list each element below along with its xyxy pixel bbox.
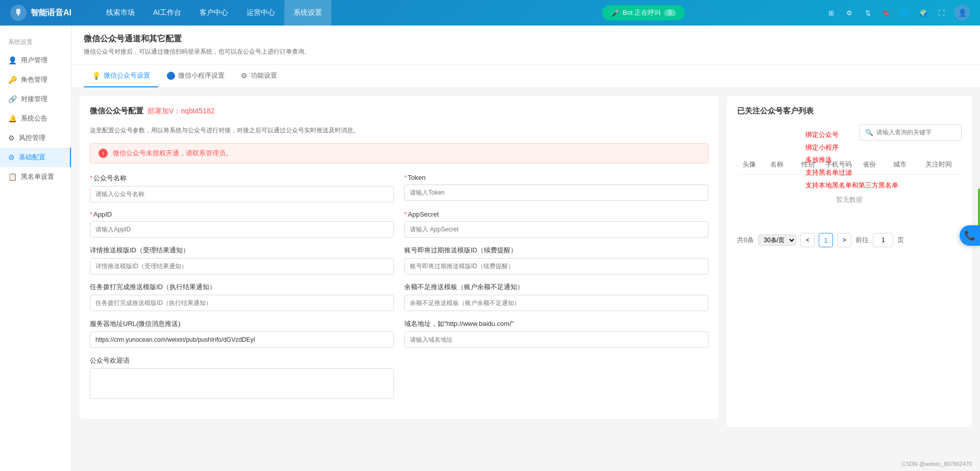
settings-gear-icon[interactable]: ⚙ bbox=[844, 8, 854, 18]
config-card-title: 微信公众号配置 bbox=[90, 106, 143, 116]
sidebar-item-basic-config[interactable]: ⚙ 基础配置 bbox=[0, 148, 71, 167]
balance-push-input[interactable] bbox=[404, 295, 708, 311]
bot-status-button[interactable]: 🎤 Bot 正在呼叫 0 bbox=[602, 5, 685, 20]
user-avatar[interactable]: 👤 bbox=[954, 5, 970, 20]
nav-item-marketplace[interactable]: 线索市场 bbox=[97, 0, 144, 26]
welcome-label: 公众号欢迎语 bbox=[90, 356, 394, 365]
pagination: 共0条 30条/页 < 1 > 前往 页 bbox=[737, 233, 962, 247]
form-row-2: AppID AppSecret bbox=[90, 210, 708, 238]
pagination-page-input[interactable] bbox=[873, 233, 893, 247]
col-header-follow-time: 关注时间 bbox=[916, 160, 962, 169]
form-group-welcome: 公众号欢迎语 bbox=[90, 356, 394, 401]
sidebar-item-connect-mgmt[interactable]: 🔗 对接管理 bbox=[0, 89, 71, 109]
globe-icon[interactable]: 🌐 bbox=[899, 8, 910, 18]
sidebar-item-role-mgmt[interactable]: 🔑 角色管理 bbox=[0, 70, 71, 89]
func-tab-icon: ⚙ bbox=[241, 72, 248, 80]
domain-label: 域名地址，如"http://www.baidu.com/" bbox=[404, 319, 708, 328]
sidebar-item-label: 系统公告 bbox=[21, 114, 47, 123]
tab-miniapp-settings[interactable]: 🔵 微信小程序设置 bbox=[158, 65, 233, 87]
tab-func-settings[interactable]: ⚙ 功能设置 bbox=[233, 65, 285, 87]
account-name-label: 公众号名称 bbox=[90, 174, 394, 183]
form-row-6: 公众号欢迎语 bbox=[90, 356, 708, 401]
content-area: 绑定公众号 绑定小程序 多放推送 支持黑名单过滤 支持本地黑名单和第三方黑名单 … bbox=[71, 88, 980, 435]
sidebar-item-label: 角色管理 bbox=[21, 75, 47, 84]
sidebar: 系统设置 👤 用户管理 🔑 角色管理 🔗 对接管理 🔔 系统公告 ⚙ 风控管理 … bbox=[0, 26, 71, 471]
token-input[interactable] bbox=[404, 184, 708, 201]
sidebar-item-sys-notice[interactable]: 🔔 系统公告 bbox=[0, 109, 71, 128]
nav-item-operations[interactable]: 运营中心 bbox=[237, 0, 284, 26]
scroll-indicator bbox=[978, 189, 980, 229]
appsecret-input[interactable] bbox=[404, 221, 708, 238]
form-row-3: 详情推送模版ID（受理结果通知） 账号即将过期推送模版ID（续费提醒） bbox=[90, 246, 708, 274]
right-card-title: 已关注公众号客户列表 bbox=[737, 106, 962, 116]
fullscreen-icon[interactable]: ⛶ bbox=[936, 8, 946, 18]
world-icon[interactable]: 🌍 bbox=[918, 8, 928, 18]
notice-icon: 🔔 bbox=[8, 114, 17, 123]
form-group-expiry-push: 账号即将过期推送模版ID（续费提醒） bbox=[404, 246, 708, 274]
tab-wechat-settings[interactable]: 💡 微信公众号设置 bbox=[84, 65, 158, 87]
form-group-appsecret: AppSecret bbox=[404, 210, 708, 238]
form-group-balance-push: 余额不足推送模板（账户余额不足通知） bbox=[404, 282, 708, 311]
server-url-input[interactable] bbox=[90, 332, 394, 348]
sidebar-item-risk-mgmt[interactable]: ⚙ 风控管理 bbox=[0, 128, 71, 148]
search-input[interactable] bbox=[876, 129, 956, 136]
pagination-page-label: 页 bbox=[897, 236, 904, 245]
float-action-button[interactable]: 📞 bbox=[960, 225, 980, 246]
pagination-current-page: 1 bbox=[819, 233, 833, 247]
main-layout: 系统设置 👤 用户管理 🔑 角色管理 🔗 对接管理 🔔 系统公告 ⚙ 风控管理 … bbox=[0, 26, 980, 471]
config-icon: ⚙ bbox=[8, 153, 15, 161]
balance-push-label: 余额不足推送模板（账户余额不足通知） bbox=[404, 282, 708, 292]
sidebar-item-user-mgmt[interactable]: 👤 用户管理 bbox=[0, 51, 71, 70]
expiry-push-label: 账号即将过期推送模版ID（续费提醒） bbox=[404, 246, 708, 255]
wechat-tab-icon: 💡 bbox=[92, 72, 101, 80]
main-content: 微信公众号通道和其它配置 微信公众号对接后，可以通过微信扫码登录系统，也可以在公… bbox=[71, 26, 980, 471]
app-name: 智能语音AI bbox=[31, 8, 71, 18]
form-row-4: 任务拨打完成推送模版ID（执行结果通知） 余额不足推送模板（账户余额不足通知） bbox=[90, 282, 708, 311]
search-box: 🔍 bbox=[860, 124, 962, 140]
pagination-next-button[interactable]: > bbox=[837, 233, 851, 247]
nav-menu: 线索市场 AI工作台 客户中心 运营中心 系统设置 bbox=[97, 0, 461, 26]
sidebar-item-label: 基础配置 bbox=[19, 153, 45, 162]
config-card: 微信公众号配置 部署加V：nqbt45182 这里配置公众号参数，用以将系统与公… bbox=[80, 96, 719, 419]
nav-item-ai-workbench[interactable]: AI工作台 bbox=[144, 0, 190, 26]
tab-label: 微信小程序设置 bbox=[178, 71, 225, 80]
right-card: 已关注公众号客户列表 🔍 头像 名称 性别 手机号码 bbox=[727, 96, 972, 427]
connect-icon: 🔗 bbox=[8, 95, 17, 103]
page-title: 微信公众号通道和其它配置 bbox=[84, 34, 968, 44]
search-icon: 🔍 bbox=[865, 129, 873, 136]
welcome-textarea[interactable] bbox=[90, 368, 394, 399]
domain-input[interactable] bbox=[404, 332, 708, 348]
sidebar-item-blacklist[interactable]: 📋 黑名单设置 bbox=[0, 167, 71, 186]
bookmark-icon[interactable]: 🔖 bbox=[881, 8, 891, 18]
pagination-total: 共0条 bbox=[737, 236, 754, 245]
pagination-prev-button[interactable]: < bbox=[800, 233, 815, 247]
nav-item-customer-center[interactable]: 客户中心 bbox=[190, 0, 237, 26]
task-push-label: 任务拨打完成推送模版ID（执行结果通知） bbox=[90, 282, 394, 292]
col-header-gender: 性别 bbox=[793, 160, 823, 169]
col-header-phone: 手机号码 bbox=[823, 160, 854, 169]
right-panel: 已关注公众号客户列表 🔍 头像 名称 性别 手机号码 bbox=[727, 96, 972, 427]
sidebar-item-label: 风控管理 bbox=[19, 133, 45, 143]
expiry-push-input[interactable] bbox=[404, 258, 708, 274]
sidebar-item-label: 对接管理 bbox=[21, 95, 47, 104]
miniapp-tab-icon: 🔵 bbox=[166, 72, 175, 80]
tab-label: 微信公众号设置 bbox=[104, 71, 150, 80]
col-header-province: 省份 bbox=[854, 160, 885, 169]
logo-icon: 🎙 bbox=[10, 5, 27, 21]
detail-push-input[interactable] bbox=[90, 258, 394, 274]
role-icon: 🔑 bbox=[8, 76, 17, 84]
transfer-icon[interactable]: ⇅ bbox=[863, 8, 873, 18]
nav-center: 🎤 Bot 正在呼叫 0 bbox=[461, 5, 826, 20]
phone-icon: 📞 bbox=[964, 230, 975, 241]
task-push-input[interactable] bbox=[90, 295, 394, 311]
pagination-per-page-select[interactable]: 30条/页 bbox=[758, 234, 796, 246]
nav-item-system-settings[interactable]: 系统设置 bbox=[284, 0, 331, 26]
alert-error: i 微信公众号未授权开通，请联系管理员。 bbox=[90, 143, 708, 163]
form-group-task-push: 任务拨打完成推送模版ID（执行结果通知） bbox=[90, 282, 394, 311]
grid-icon[interactable]: ⊞ bbox=[826, 8, 836, 18]
appid-input[interactable] bbox=[90, 221, 394, 238]
table-header: 头像 名称 性别 手机号码 省份 城市 关注时间 bbox=[737, 155, 962, 175]
search-container: 🔍 bbox=[737, 124, 962, 149]
account-name-input[interactable] bbox=[90, 186, 394, 202]
sidebar-section-title: 系统设置 bbox=[0, 34, 71, 51]
